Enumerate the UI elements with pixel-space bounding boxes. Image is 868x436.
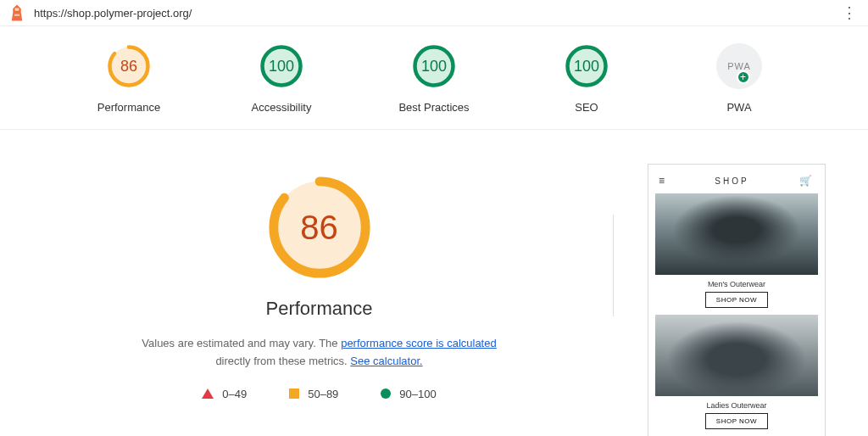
preview-image bbox=[655, 193, 818, 275]
gauge-pwa[interactable]: PWA + PWA bbox=[693, 43, 786, 114]
gauge-score: 86 bbox=[106, 43, 152, 89]
preview-shop-button: SHOP NOW bbox=[705, 413, 768, 429]
menu-button[interactable]: ⋮ bbox=[839, 7, 860, 19]
performance-section: 86 Performance Values are estimated and … bbox=[0, 130, 868, 436]
gauge-accessibility[interactable]: 100 Accessibility bbox=[235, 43, 328, 114]
svg-rect-0 bbox=[14, 14, 19, 16]
score-calc-link[interactable]: performance score is calculated bbox=[341, 337, 497, 349]
gauge-label: SEO bbox=[575, 101, 598, 114]
gauge-best-practices[interactable]: 100 Best Practices bbox=[387, 43, 481, 114]
triangle-icon bbox=[202, 388, 214, 399]
gauge-seo[interactable]: 100 SEO bbox=[540, 43, 633, 114]
gauge-score: 100 bbox=[259, 43, 304, 89]
plus-icon: + bbox=[737, 70, 750, 84]
gauge-score: 100 bbox=[564, 43, 609, 89]
gauge-label: PWA bbox=[726, 101, 751, 114]
preview-shop-button: SHOP NOW bbox=[705, 292, 768, 308]
preview-brand: SHOP bbox=[715, 176, 748, 186]
svg-rect-1 bbox=[15, 8, 19, 11]
big-score: 86 bbox=[264, 172, 375, 282]
preview-image bbox=[655, 315, 818, 396]
preview-card-1: Men's Outerwear SHOP NOW bbox=[655, 193, 818, 308]
vertical-divider bbox=[613, 215, 614, 316]
score-gauges-row: 86 Performance 100 Accessibility 100 Bes… bbox=[0, 26, 868, 130]
site-preview-thumbnail: ≡ SHOP 🛒 Men's Outerwear SHOP NOW Ladies… bbox=[648, 164, 826, 436]
gauge-label: Best Practices bbox=[398, 101, 469, 114]
legend-fail: 0–49 bbox=[202, 388, 247, 400]
square-icon bbox=[289, 388, 299, 399]
pwa-badge-icon: PWA + bbox=[716, 43, 762, 89]
gauge-label: Accessibility bbox=[252, 101, 312, 114]
gauge-performance[interactable]: 86 Performance bbox=[82, 43, 175, 114]
report-header: https://shop.polymer-project.org/ ⋮ bbox=[0, 0, 868, 26]
preview-caption: Men's Outerwear bbox=[655, 275, 818, 292]
performance-title: Performance bbox=[266, 298, 373, 320]
see-calculator-link[interactable]: See calculator. bbox=[350, 355, 422, 367]
circle-icon bbox=[381, 388, 391, 399]
hamburger-icon: ≡ bbox=[659, 175, 665, 187]
gauge-label: Performance bbox=[97, 101, 160, 114]
cart-icon: 🛒 bbox=[799, 175, 815, 187]
lighthouse-icon bbox=[8, 3, 25, 22]
preview-caption: Ladies Outerwear bbox=[655, 396, 818, 413]
gauge-score: 100 bbox=[411, 43, 457, 89]
performance-big-gauge: 86 bbox=[264, 172, 375, 282]
report-url: https://shop.polymer-project.org/ bbox=[34, 7, 839, 20]
legend-average: 50–89 bbox=[289, 388, 338, 400]
preview-card-2: Ladies Outerwear SHOP NOW bbox=[655, 315, 818, 429]
legend-pass: 90–100 bbox=[381, 388, 436, 400]
performance-description: Values are estimated and may vary. The p… bbox=[125, 335, 515, 371]
score-legend: 0–49 50–89 90–100 bbox=[202, 388, 436, 400]
